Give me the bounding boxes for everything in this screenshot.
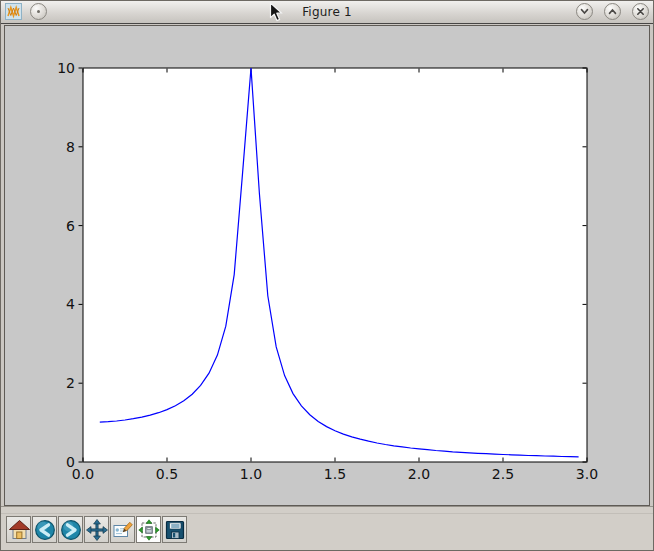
- x-tick-label: 0.0: [72, 466, 94, 482]
- x-tick-label: 1.0: [240, 466, 262, 482]
- mouse-cursor-icon: [269, 2, 284, 27]
- maximize-button[interactable]: [604, 3, 621, 20]
- configure-subplots-icon: [138, 519, 160, 541]
- figure-canvas[interactable]: 0.00.51.01.52.02.53.00246810: [4, 25, 650, 506]
- home-icon: [8, 519, 30, 541]
- save-floppy-icon: [164, 519, 186, 541]
- chevron-down-icon: [579, 6, 590, 17]
- pan-button[interactable]: [84, 516, 109, 543]
- window-title: Figure 1: [1, 1, 653, 23]
- close-button[interactable]: [632, 3, 649, 20]
- y-tick-label: 8: [66, 139, 75, 155]
- plot-area[interactable]: 0.00.51.01.52.02.53.00246810: [5, 26, 649, 505]
- toolbar-buttons: [6, 516, 187, 543]
- x-tick-label: 0.5: [156, 466, 178, 482]
- x-tick-label: 3.0: [576, 466, 598, 482]
- forward-button[interactable]: [58, 516, 83, 543]
- y-tick-label: 10: [57, 60, 75, 76]
- shade-button[interactable]: [576, 3, 593, 20]
- y-tick-label: 2: [66, 375, 75, 391]
- close-icon: [635, 6, 646, 17]
- zoom-to-rect-button[interactable]: [110, 516, 135, 543]
- home-button[interactable]: [6, 516, 31, 543]
- titlebar[interactable]: Figure 1: [1, 1, 653, 24]
- zoom-rect-note-pencil-icon: [112, 519, 134, 541]
- y-tick-label: 6: [66, 218, 75, 234]
- save-button[interactable]: [162, 516, 187, 543]
- back-arrow-icon: [34, 519, 56, 541]
- back-button[interactable]: [32, 516, 57, 543]
- chevron-up-icon: [607, 6, 618, 17]
- x-tick-label: 2.5: [492, 466, 514, 482]
- x-tick-label: 1.5: [324, 466, 346, 482]
- window-controls: [576, 3, 649, 20]
- y-tick-label: 4: [66, 296, 75, 312]
- toolbar-message-area: [1, 508, 653, 514]
- configure-subplots-button[interactable]: [136, 516, 161, 543]
- forward-arrow-icon: [60, 519, 82, 541]
- pan-arrows-icon: [86, 519, 108, 541]
- axes-frame: [83, 68, 587, 462]
- y-tick-label: 0: [66, 454, 75, 470]
- figure-window: Figure 1 0.00.51.01.52.02.53.00246810: [0, 0, 654, 551]
- navigation-toolbar: [1, 506, 653, 550]
- x-tick-label: 2.0: [408, 466, 430, 482]
